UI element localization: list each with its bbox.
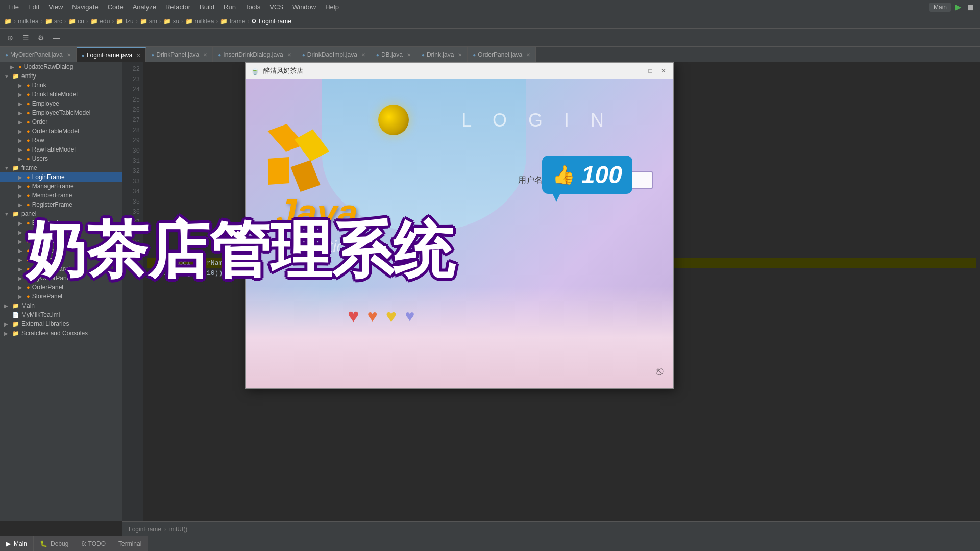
tab-close-drinkdaoimpl[interactable]: ✕: [361, 52, 365, 58]
breadcrumb-xu[interactable]: 📁 xu: [163, 18, 179, 25]
sidebar-item-mymilktea[interactable]: 📄 MyMilkTea.iml: [0, 310, 122, 319]
sidebar-item-order[interactable]: ▶ ● Order: [0, 117, 122, 127]
sidebar-item-indexpanel[interactable]: ▶ ● IndexPanel: [0, 246, 122, 255]
tab-label-myorderpanel: MyOrderPanel.java: [10, 51, 63, 58]
breadcrumb-fzu[interactable]: 📁 fzu: [116, 18, 133, 25]
sidebar-item-managerframe[interactable]: ▶ ● ManagerFrame: [0, 182, 122, 191]
breadcrumb-frame[interactable]: 📁 frame: [220, 18, 245, 25]
sidebar-item-updaterawdialog[interactable]: ▶ ● UpdateRawDialog: [0, 62, 122, 71]
sidebar-item-orderpanel[interactable]: ▶ ● OrderPanel: [0, 283, 122, 292]
tab-insertdrink[interactable]: ● InsertDrinkDialog.java ✕: [213, 47, 297, 62]
sidebar-item-frame[interactable]: ▼ 📁 frame: [0, 163, 122, 172]
sidebar-item-myorderpanel[interactable]: ▶ ● MyOrderPanel: [0, 273, 122, 283]
sidebar-item-panel[interactable]: ▼ 📁 panel: [0, 209, 122, 218]
toolbar-btn-2[interactable]: ☰: [19, 32, 32, 44]
stop-button[interactable]: ◼: [965, 2, 976, 12]
heart-yellow: ♥: [386, 306, 397, 327]
menu-file[interactable]: File: [4, 2, 23, 12]
arrow-order: ▶: [18, 119, 24, 125]
status-debug-tab[interactable]: 🐛 Debug: [34, 536, 75, 551]
toolbar-btn-1[interactable]: ⊕: [4, 32, 16, 44]
sidebar-item-external-libraries[interactable]: ▶ 📁 External Libraries: [0, 319, 122, 329]
sidebar-item-registerframe[interactable]: ▶ ● RegisterFrame: [0, 200, 122, 209]
sidebar-item-scratches[interactable]: ▶ 📁 Scratches and Consoles: [0, 329, 122, 338]
line-34: 34: [122, 187, 143, 197]
run-config-label[interactable]: Main: [929, 3, 951, 12]
breadcrumb-edu[interactable]: 📁 edu: [90, 18, 110, 25]
tab-db[interactable]: ● DB.java ✕: [371, 47, 416, 62]
bottom-breadcrumb: LoginFrame › initUI(): [122, 521, 980, 536]
window-close-button[interactable]: ✕: [659, 66, 668, 76]
toolbar-btn-4[interactable]: —: [50, 32, 62, 44]
tab-loginframe[interactable]: ● LoginFrame.java ✕: [77, 47, 146, 62]
menu-edit[interactable]: Edit: [24, 2, 43, 12]
label-extlibs: External Libraries: [21, 320, 69, 328]
sidebar-item-drink[interactable]: ▶ ● Drink: [0, 81, 122, 90]
sidebar-item-myindexpanel[interactable]: ▶ ● MyIndexPanel: [0, 264, 122, 273]
tab-close-myorderpanel[interactable]: ✕: [67, 52, 71, 58]
menu-refactor[interactable]: Refactor: [161, 2, 194, 12]
run-button[interactable]: ▶: [953, 2, 963, 12]
menu-navigate[interactable]: Navigate: [68, 2, 102, 12]
tab-drink[interactable]: ● Drink.java ✕: [416, 47, 468, 62]
menu-run[interactable]: Run: [219, 2, 240, 12]
tab-orderpanel[interactable]: ● OrderPanel.java ✕: [468, 47, 536, 62]
tab-close-drinkpanel[interactable]: ✕: [203, 52, 207, 58]
arrow-entity: ▼: [4, 73, 10, 79]
tab-close-orderpanel[interactable]: ✕: [526, 52, 530, 58]
breadcrumb-loginframe[interactable]: ⚙ LoginFrame: [251, 18, 291, 25]
sidebar-item-employeetablemodel[interactable]: ▶ ● EmployeeTableModel: [0, 108, 122, 117]
menu-build[interactable]: Build: [195, 2, 218, 12]
toolbar-btn-3[interactable]: ⚙: [35, 32, 47, 44]
breadcrumb-src[interactable]: 📁 src: [45, 18, 62, 25]
tab-drinkdaoimpl[interactable]: ● DrinkDaoImpl.java ✕: [297, 47, 371, 62]
svg-marker-3: [290, 160, 321, 193]
menu-tools[interactable]: Tools: [241, 2, 264, 12]
breadcrumb-cn[interactable]: 📁 cn: [68, 18, 84, 25]
sidebar-item-storepanel[interactable]: ▶ ● StorePanel: [0, 292, 122, 301]
tab-close-loginframe[interactable]: ✕: [136, 53, 140, 58]
menu-code[interactable]: Code: [104, 2, 128, 12]
window-minimize-button[interactable]: —: [632, 66, 642, 76]
class-icon-managerframe: ●: [27, 183, 30, 189]
tab-close-drink[interactable]: ✕: [458, 52, 462, 58]
line-42: 42: [122, 268, 143, 279]
sidebar-item-drinktablemodel[interactable]: ▶ ● DrinkTableModel: [0, 90, 122, 99]
sidebar-item-minepanel[interactable]: ▶ ● MinePanel: [0, 255, 122, 264]
sidebar-item-rawtablemodel[interactable]: ▶ ● RawTableModel: [0, 145, 122, 154]
window-maximize-button[interactable]: □: [646, 66, 655, 76]
menu-vcs[interactable]: VCS: [265, 2, 287, 12]
menu-view[interactable]: View: [44, 2, 67, 12]
sidebar-item-employeepanel[interactable]: ▶ ● EmployeePanel: [0, 237, 122, 246]
sidebar-item-employee[interactable]: ▶ ● Employee: [0, 99, 122, 108]
label-memberframe: MemberFrame: [32, 192, 72, 199]
breadcrumb-milktea[interactable]: milkTea: [18, 18, 39, 25]
tab-myorderpanel[interactable]: ● MyOrderPanel.java ✕: [0, 47, 77, 62]
exit-icon[interactable]: ⎋: [656, 364, 663, 378]
sidebar-item-loginframe[interactable]: ▶ ● LoginFrame: [0, 172, 122, 182]
breadcrumb-root[interactable]: 📁: [4, 18, 12, 25]
sidebar-item-buypanel[interactable]: ▶ ● BuyPanel: [0, 218, 122, 228]
tab-close-insertdrink[interactable]: ✕: [287, 52, 291, 58]
sidebar-item-users[interactable]: ▶ ● Users: [0, 154, 122, 163]
status-todo-tab[interactable]: 6: TODO: [75, 536, 112, 551]
sidebar-item-drinkpanel[interactable]: ▶ ● DrinkPanel: [0, 228, 122, 237]
heart-blue: ♥: [405, 307, 414, 325]
label-loginframe: LoginFrame: [32, 173, 65, 181]
sidebar-item-entity[interactable]: ▼ 📁 entity: [0, 71, 122, 81]
sidebar-item-memberframe[interactable]: ▶ ● MemberFrame: [0, 191, 122, 200]
tab-close-db[interactable]: ✕: [407, 52, 411, 58]
sidebar-item-raw[interactable]: ▶ ● Raw: [0, 136, 122, 145]
status-run-tab[interactable]: ▶ Main: [0, 536, 34, 551]
menu-help[interactable]: Help: [321, 2, 343, 12]
status-terminal-tab[interactable]: Terminal: [112, 536, 148, 551]
sidebar-item-ordertablemodel[interactable]: ▶ ● OrderTableModel: [0, 127, 122, 136]
menu-analyze[interactable]: Analyze: [129, 2, 160, 12]
status-bar: ▶ Main 🐛 Debug 6: TODO Terminal: [0, 536, 980, 551]
breadcrumb-milktea2[interactable]: 📁 milktea: [185, 18, 214, 25]
label-entity: entity: [21, 72, 36, 80]
menu-window[interactable]: Window: [288, 2, 320, 12]
breadcrumb-sm[interactable]: 📁 sm: [140, 18, 157, 25]
sidebar-item-main[interactable]: ▶ 📁 Main: [0, 301, 122, 310]
tab-drinkpanel[interactable]: ● DrinkPanel.java ✕: [146, 47, 213, 62]
